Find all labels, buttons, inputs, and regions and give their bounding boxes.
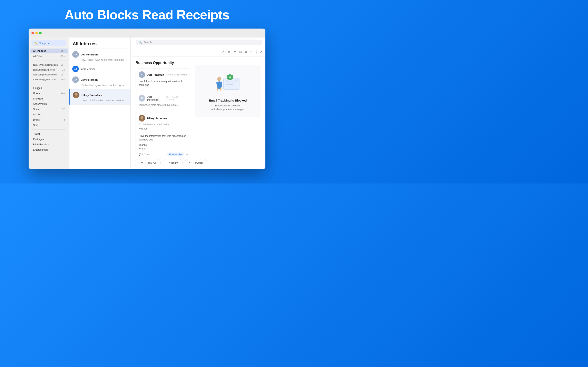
unsubscribe-button[interactable]: Unsubscribe <box>167 152 184 156</box>
email-message-card: JP Jeff Peterson Wed, Sep 22, 10:30am yo… <box>136 92 191 110</box>
sidebar-item-label: samantha@acme.org <box>33 68 62 71</box>
envelope-icon[interactable]: ✉ <box>239 50 242 54</box>
msg-body: you neeed more time or have extra... <box>139 103 188 107</box>
sidebar-item-label: sam.sam@outlook.com <box>33 73 61 76</box>
sidebar-divider <box>31 60 66 61</box>
sidebar-item-label: Drafts <box>33 118 63 121</box>
search-bar[interactable]: 🔍 Search <box>136 40 262 45</box>
sidebar-item-packages[interactable]: Packages <box>30 137 68 142</box>
sidebar-badge: 99+ <box>61 78 65 81</box>
list-item[interactable]: JP Jeff Peterson It's that time again! T… <box>69 74 130 89</box>
email-sender: Hilary Saunders <box>81 94 102 97</box>
sidebar-item-snoozed[interactable]: Snoozed <box>30 96 68 101</box>
main-content: ✏️ Compose All Inboxes 99+ All Other 99+… <box>29 38 265 169</box>
more-emails-count: 12 <box>72 66 79 72</box>
list-item[interactable]: Hilary Saunders I love the information t… <box>69 89 130 105</box>
sidebar-item-label: All Inboxes <box>33 50 61 52</box>
sidebar-item-samantha-acme[interactable]: samantha@acme.org 13 <box>30 67 68 72</box>
sidebar-item-label: Archive <box>33 113 65 116</box>
msg-header: Hilary Saunders <box>139 115 188 122</box>
reply-bar: ↩↩ Reply All ↩ Reply ↪ Forward <box>131 156 265 169</box>
email-preview: It's that time again! Take a look at my … <box>81 84 128 87</box>
msg-footer: 💬 8:32am Unsubscribe ••• <box>139 152 188 156</box>
sidebar-badge: 99+ <box>61 92 65 95</box>
email-detail-content: Business Opportunity JP Jeff Peterson Mo… <box>131 57 265 156</box>
email-list-header: All Inboxes <box>69 38 130 49</box>
checkmark-icon[interactable]: ✓ <box>222 50 225 54</box>
compose-button[interactable]: ✏️ Compose <box>31 40 66 46</box>
search-placeholder: Search <box>143 41 152 44</box>
sidebar-item-label: Snoozed <box>33 97 65 100</box>
sidebar-item-label: Travel <box>33 133 65 135</box>
msg-header: JP Jeff Peterson Wed, Sep 22, 10:30am <box>139 95 188 101</box>
maximize-button[interactable] <box>39 32 42 34</box>
close-button[interactable] <box>31 32 34 34</box>
svg-text:⊘: ⊘ <box>229 76 231 78</box>
msg-sender: Jeff Peterson <box>147 73 164 76</box>
list-item[interactable]: JP Jeff Peterson Hey, I think I have som… <box>69 49 130 64</box>
email-list-panel: All Inboxes JP Jeff Peterson Hey, I thin… <box>69 38 131 169</box>
svg-rect-14 <box>217 87 218 91</box>
title-bar <box>29 29 265 38</box>
email-subject: Business Opportunity <box>136 61 191 65</box>
email-message-card: Hilary Saunders To: Jeff Peterson, Me & … <box>136 112 191 156</box>
sidebar-item-all-inboxes[interactable]: All Inboxes 99+ <box>30 49 68 53</box>
sidebar-item-spam[interactable]: Spam 37 <box>30 107 68 112</box>
msg-date: Mon, Sep 13, 4:03am <box>167 73 188 76</box>
svg-rect-15 <box>220 87 222 91</box>
sidebar-item-label: s.johnson@yahoo.com <box>33 78 61 81</box>
sidebar-item-s-johnson-yahoo[interactable]: s.johnson@yahoo.com 99+ <box>30 77 68 82</box>
reply-button[interactable]: ↩ Reply <box>163 159 182 166</box>
sidebar-item-sam-johnson-gmail[interactable]: sam.johnson@gmail.com 99+ <box>30 63 68 67</box>
reply-all-button[interactable]: ↩↩ Reply All <box>135 159 161 166</box>
forward-label: Forward <box>193 161 203 164</box>
sidebar-item-all-other[interactable]: All Other 99+ <box>30 54 68 59</box>
flag-icon[interactable]: ⚑ <box>233 50 236 54</box>
svg-rect-4 <box>224 78 239 90</box>
msg-time: 💬 8:32am <box>139 153 150 156</box>
reply-all-icon: ↩↩ <box>139 161 144 164</box>
sidebar-item-archive[interactable]: Archive <box>30 112 68 117</box>
sidebar-item-entertainment[interactable]: Entertainment <box>30 147 68 152</box>
sidebar: ✏️ Compose All Inboxes 99+ All Other 99+… <box>29 38 69 169</box>
ellipsis-icon[interactable]: ••• <box>250 50 254 54</box>
diamond-icon[interactable]: ◆ <box>245 50 247 54</box>
msg-signature: Thanks,Hilary <box>139 143 188 150</box>
external-link-icon[interactable]: ↗ <box>259 50 262 54</box>
avatar: JP <box>72 76 79 83</box>
email-item-header: Hilary Saunders <box>73 92 128 98</box>
sidebar-item-sam-sam-outlook[interactable]: sam.sam@outlook.com 99+ <box>30 72 68 77</box>
back-button[interactable]: ← <box>134 49 139 55</box>
sidebar-item-bill-receipts[interactable]: Bill & Receipts <box>30 142 68 147</box>
reply-all-label: Reply All <box>146 161 156 164</box>
sidebar-item-label: Spam <box>33 108 62 111</box>
sidebar-badge: 3 <box>63 119 65 121</box>
forward-button[interactable]: ↪ Forward <box>185 159 208 166</box>
sidebar-item-label: Sent <box>33 124 65 127</box>
sidebar-item-unread[interactable]: Unread 99+ <box>30 91 68 96</box>
email-sender: Jeff Peterson <box>81 78 98 81</box>
msg-date: Wed, Sep 22, 10:30am <box>165 96 188 101</box>
sidebar-item-attachments[interactable]: Attachments <box>30 101 68 106</box>
more-emails-row[interactable]: 12 more emails <box>69 64 130 74</box>
svg-point-2 <box>140 116 143 119</box>
sidebar-item-travel[interactable]: Travel <box>30 132 68 136</box>
sidebar-badge: 13 <box>62 68 65 71</box>
sidebar-item-sent[interactable]: Sent <box>30 123 68 128</box>
sidebar-item-label: Bill & Receipts <box>33 143 65 146</box>
email-toolbar: ← ✓ 🗑 ⚑ ✉ ◆ ••• ↗ <box>131 47 265 57</box>
sidebar-item-flagged[interactable]: Flagged <box>30 86 68 91</box>
sidebar-badge: 99+ <box>61 50 65 52</box>
avatar: JP <box>72 51 79 58</box>
sidebar-item-label: Packages <box>33 138 65 141</box>
sidebar-item-drafts[interactable]: Drafts 3 <box>30 117 68 122</box>
avatar: JP <box>139 95 145 101</box>
more-options-icon[interactable]: ••• <box>185 153 188 156</box>
trash-icon[interactable]: 🗑 <box>227 50 231 54</box>
avatar <box>139 115 145 122</box>
compose-icon: ✏️ <box>34 42 38 45</box>
minimize-button[interactable] <box>35 32 38 34</box>
svg-point-0 <box>75 93 78 96</box>
sidebar-item-label: All Other <box>33 55 61 58</box>
msg-sender: Jeff Peterson <box>147 95 164 101</box>
